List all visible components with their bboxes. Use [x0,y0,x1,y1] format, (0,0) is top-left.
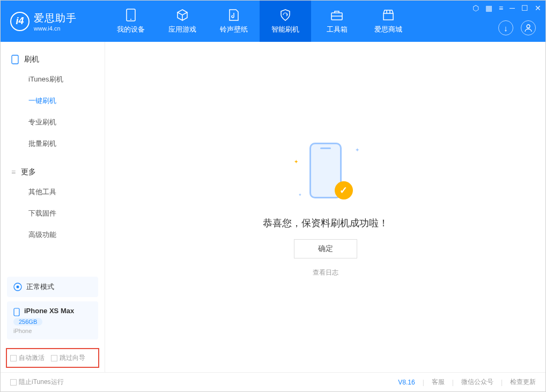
tab-store[interactable]: 爱思商城 [363,1,414,42]
toolbox-icon [330,9,343,21]
window-controls: ⬡ ▦ ≡ ─ ☐ ✕ [473,4,541,12]
checkbox-block-itunes[interactable]: 阻止iTunes运行 [10,378,64,387]
close-button[interactable]: ✕ [535,4,541,12]
user-button[interactable] [521,20,536,35]
phone-small-icon [13,308,20,316]
tab-apps-games[interactable]: 应用游戏 [157,1,208,42]
sidebar-group-flash: 刷机 [1,50,105,69]
mode-icon [13,283,22,291]
device-name: iPhone XS Max [24,307,74,315]
list-icon: ≡ [11,168,16,176]
refresh-shield-icon [279,9,292,21]
check-icon: ✓ [335,181,353,199]
footer: 阻止iTunes运行 V8.16 | 客服 | 微信公众号 | 检查更新 [1,372,545,391]
music-file-icon [227,9,240,21]
sidebar: 刷机 iTunes刷机 一键刷机 专业刷机 批量刷机 ≡ 更多 其他工具 下载固… [1,42,105,372]
sidebar-item-advanced[interactable]: 高级功能 [1,224,105,246]
device-mode-box[interactable]: 正常模式 [7,277,98,297]
sidebar-item-batch-flash[interactable]: 批量刷机 [1,133,105,154]
maximize-button[interactable]: ☐ [521,4,528,12]
footer-support-link[interactable]: 客服 [432,378,445,387]
app-header: i4 爱思助手 www.i4.cn 我的设备 应用游戏 铃声壁纸 智能刷机 工具… [1,1,545,42]
footer-wechat-link[interactable]: 微信公众号 [461,378,493,387]
tab-my-device[interactable]: 我的设备 [105,1,157,42]
device-storage-badge: 256GB [13,318,42,326]
device-type: iPhone [13,328,92,334]
checkbox-auto-activate[interactable]: 自动激活 [10,353,45,363]
svg-point-1 [130,19,131,20]
svg-rect-7 [14,308,19,316]
logo-area: i4 爱思助手 www.i4.cn [1,11,105,32]
grid-icon[interactable]: ▦ [485,4,492,12]
minimize-button[interactable]: ─ [510,4,515,12]
tab-smart-flash[interactable]: 智能刷机 [260,1,311,42]
device-info-box[interactable]: iPhone XS Max 256GB iPhone [7,301,98,339]
app-subtitle: www.i4.cn [34,25,77,32]
svg-point-3 [527,25,530,28]
version-label: V8.16 [398,379,415,386]
sidebar-item-itunes-flash[interactable]: iTunes刷机 [1,69,105,90]
footer-update-link[interactable]: 检查更新 [510,378,536,387]
tab-toolbox[interactable]: 工具箱 [311,1,363,42]
store-icon [382,9,395,21]
sidebar-item-oneclick-flash[interactable]: 一键刷机 [1,90,105,112]
ok-button[interactable]: 确定 [294,239,357,258]
cube-icon [176,9,189,21]
svg-point-6 [17,286,19,289]
app-title: 爱思助手 [34,11,77,25]
phone-icon [124,9,137,21]
view-log-link[interactable]: 查看日志 [313,268,338,277]
nav-tabs: 我的设备 应用游戏 铃声壁纸 智能刷机 工具箱 爱思商城 [105,1,414,42]
success-message: 恭喜您，保资料刷机成功啦！ [263,217,388,230]
download-button[interactable]: ↓ [498,20,513,35]
sidebar-group-more: ≡ 更多 [1,163,105,181]
header-right-buttons: ↓ [498,20,536,35]
main-content: ✦ ✦ ✦ ✓ 恭喜您，保资料刷机成功啦！ 确定 查看日志 [105,42,545,372]
sidebar-item-pro-flash[interactable]: 专业刷机 [1,112,105,133]
svg-rect-4 [12,55,18,64]
tab-ringtones-wallpapers[interactable]: 铃声壁纸 [208,1,260,42]
device-icon [11,55,19,64]
checkbox-skip-guide[interactable]: 跳过向导 [51,353,85,363]
app-logo-icon: i4 [10,12,29,31]
sidebar-item-download-firmware[interactable]: 下载固件 [1,203,105,224]
menu-icon[interactable]: ≡ [499,4,503,12]
flash-options-row: 自动激活 跳过向导 [6,348,99,368]
shirt-icon[interactable]: ⬡ [473,4,479,12]
success-illustration: ✦ ✦ ✦ ✓ [291,137,360,207]
sidebar-item-other-tools[interactable]: 其他工具 [1,181,105,203]
